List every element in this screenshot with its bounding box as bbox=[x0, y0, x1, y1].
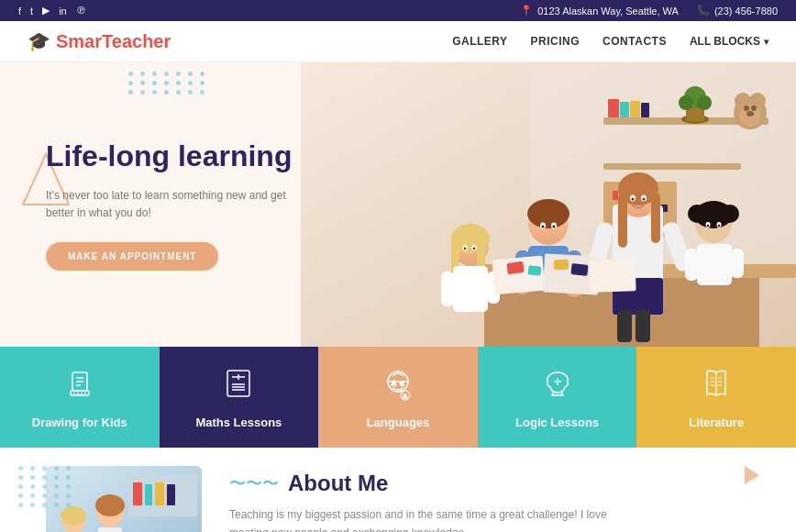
category-languages-label: Languages bbox=[367, 416, 430, 429]
about-text: Teaching is my biggest passion and in th… bbox=[229, 505, 624, 532]
contact-info: 📍 0123 Alaskan Way, Seattle, WA 📞 (23) 4… bbox=[520, 5, 778, 17]
svg-point-62 bbox=[464, 248, 466, 249]
hero-decorative-dots bbox=[128, 72, 207, 94]
about-title: About Me bbox=[288, 471, 388, 496]
svg-point-74 bbox=[718, 225, 720, 227]
hero-section: Life-long learning It's never too late t… bbox=[0, 62, 796, 347]
svg-rect-35 bbox=[651, 193, 660, 243]
svg-text:A: A bbox=[403, 393, 407, 399]
svg-rect-89 bbox=[71, 391, 89, 395]
svg-point-22 bbox=[751, 105, 757, 111]
svg-point-23 bbox=[746, 111, 754, 116]
social-facebook[interactable]: f bbox=[18, 6, 21, 17]
about-title-row: 〜〜〜 About Me bbox=[229, 471, 768, 496]
nav-contacts[interactable]: CONTACTS bbox=[603, 35, 667, 48]
category-languages[interactable]: A α A Languages bbox=[318, 347, 478, 448]
logo-icon: 🎓 bbox=[28, 30, 50, 52]
nav-pricing[interactable]: PRICING bbox=[531, 35, 580, 48]
svg-point-63 bbox=[473, 248, 475, 249]
category-literature-label: Literature bbox=[689, 416, 744, 429]
svg-rect-10 bbox=[630, 101, 640, 117]
svg-point-39 bbox=[643, 198, 646, 201]
category-drawing-label: Drawing for Kids bbox=[32, 416, 127, 429]
play-icon[interactable] bbox=[745, 466, 759, 484]
svg-rect-123 bbox=[167, 484, 175, 505]
languages-icon: A α A bbox=[380, 365, 416, 406]
svg-point-38 bbox=[632, 198, 635, 201]
svg-point-69 bbox=[688, 205, 706, 223]
category-maths[interactable]: Maths Lessons bbox=[160, 347, 319, 448]
maths-icon bbox=[220, 365, 257, 406]
social-linkedin[interactable]: in bbox=[59, 6, 67, 17]
logo[interactable]: 🎓 SmarTeacher bbox=[28, 30, 171, 52]
hero-scene-svg bbox=[301, 62, 796, 347]
svg-point-128 bbox=[61, 506, 86, 525]
about-content: 〜〜〜 About Me Teaching is my biggest pass… bbox=[229, 466, 768, 532]
hero-title: Life-long learning bbox=[46, 139, 312, 173]
top-bar: f t ▶ in ℗ 📍 0123 Alaskan Way, Seattle, … bbox=[0, 0, 796, 21]
nav-all-blocks[interactable]: ALL BLOCKS bbox=[690, 35, 768, 48]
logic-icon bbox=[539, 365, 576, 406]
hero-image bbox=[301, 62, 796, 347]
svg-rect-80 bbox=[589, 259, 636, 293]
nav-links: GALLERY PRICING CONTACTS ALL BLOCKS bbox=[452, 35, 768, 48]
phone-icon: 📞 bbox=[697, 5, 710, 17]
svg-rect-77 bbox=[731, 249, 744, 278]
category-literature[interactable]: Literature bbox=[636, 347, 796, 448]
svg-rect-34 bbox=[618, 193, 627, 248]
address: 📍 0123 Alaskan Way, Seattle, WA bbox=[520, 5, 679, 17]
category-cards: Drawing for Kids Maths Lessons A α bbox=[0, 347, 796, 448]
svg-rect-84 bbox=[570, 263, 588, 276]
svg-rect-121 bbox=[145, 484, 152, 505]
category-drawing[interactable]: Drawing for Kids bbox=[0, 347, 160, 448]
decorative-dots-left bbox=[18, 466, 73, 507]
svg-rect-9 bbox=[620, 102, 629, 117]
svg-point-21 bbox=[744, 105, 749, 111]
svg-point-125 bbox=[95, 494, 125, 516]
category-logic[interactable]: Logic Lessons bbox=[478, 347, 637, 448]
logo-text: SmarTeacher bbox=[56, 31, 171, 52]
svg-point-50 bbox=[553, 226, 556, 228]
svg-rect-65 bbox=[441, 272, 454, 306]
svg-rect-82 bbox=[528, 265, 542, 275]
social-pinterest[interactable]: ℗ bbox=[76, 5, 86, 17]
svg-point-70 bbox=[721, 205, 739, 223]
svg-point-46 bbox=[527, 199, 569, 228]
svg-rect-83 bbox=[554, 260, 569, 271]
svg-rect-7 bbox=[603, 163, 741, 170]
category-logic-label: Logic Lessons bbox=[515, 416, 599, 429]
svg-text:A: A bbox=[392, 380, 396, 386]
svg-point-15 bbox=[679, 95, 693, 110]
svg-rect-75 bbox=[697, 244, 732, 285]
svg-point-16 bbox=[697, 95, 712, 110]
drawing-icon bbox=[61, 365, 98, 406]
svg-rect-81 bbox=[506, 261, 524, 274]
svg-rect-76 bbox=[685, 249, 698, 281]
svg-rect-126 bbox=[98, 527, 122, 532]
svg-text:α: α bbox=[400, 380, 404, 386]
phone: 📞 (23) 456-7880 bbox=[697, 5, 778, 17]
category-maths-label: Maths Lessons bbox=[195, 416, 282, 429]
hero-content: Life-long learning It's never too late t… bbox=[0, 139, 358, 271]
nav-gallery[interactable]: GALLERY bbox=[452, 35, 507, 48]
svg-rect-122 bbox=[155, 482, 164, 505]
svg-rect-64 bbox=[453, 266, 488, 312]
svg-point-73 bbox=[707, 225, 709, 227]
location-icon: 📍 bbox=[520, 5, 533, 17]
svg-rect-11 bbox=[641, 103, 649, 117]
svg-rect-44 bbox=[636, 310, 650, 342]
social-twitter[interactable]: t bbox=[30, 6, 33, 17]
social-links[interactable]: f t ▶ in ℗ bbox=[18, 5, 86, 17]
hero-subtitle: It's never too late to learn something n… bbox=[46, 187, 312, 222]
literature-icon bbox=[698, 365, 735, 406]
svg-rect-8 bbox=[608, 99, 619, 117]
svg-rect-120 bbox=[133, 482, 142, 505]
social-youtube[interactable]: ▶ bbox=[42, 5, 50, 17]
about-section: 〜〜〜 About Me Teaching is my biggest pass… bbox=[0, 448, 796, 532]
svg-rect-43 bbox=[617, 310, 632, 342]
svg-point-49 bbox=[542, 226, 545, 228]
main-nav: 🎓 SmarTeacher GALLERY PRICING CONTACTS A… bbox=[0, 21, 796, 62]
hero-cta-button[interactable]: MAKE AN APPOINTMENT bbox=[46, 242, 218, 271]
wave-decoration: 〜〜〜 bbox=[229, 472, 279, 494]
